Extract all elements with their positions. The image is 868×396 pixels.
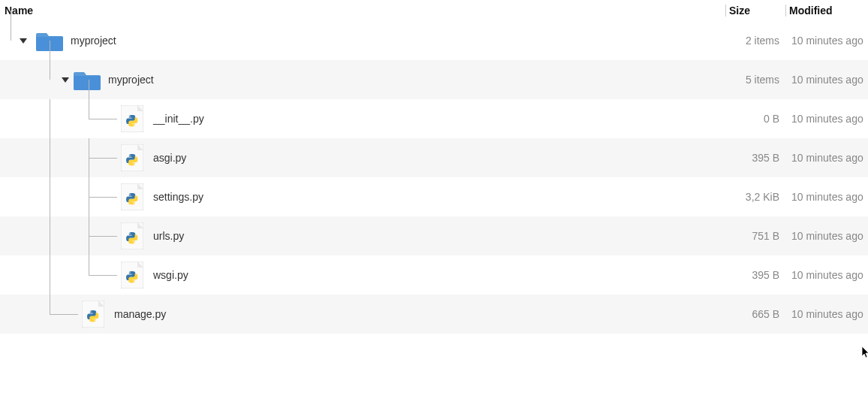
tree-row-file[interactable]: settings.py 3,2 KiB 10 minutes ago	[0, 177, 868, 216]
tree-row-file[interactable]: __init__.py 0 B 10 minutes ago	[0, 99, 868, 138]
expander-icon[interactable]	[20, 37, 27, 44]
svg-point-21	[134, 281, 134, 282]
file-name-label: wsgi.py	[153, 269, 188, 281]
svg-marker-1	[62, 77, 69, 83]
svg-point-13	[134, 203, 134, 204]
file-name-label: urls.py	[153, 230, 184, 242]
file-name-label: __init__.py	[153, 113, 204, 125]
file-size-label: 395 B	[725, 152, 785, 164]
file-name-label: myproject	[71, 35, 116, 47]
svg-point-12	[129, 194, 130, 195]
svg-point-9	[134, 164, 134, 165]
file-modified-label: 10 minutes ago	[785, 308, 868, 320]
file-modified-label: 10 minutes ago	[785, 191, 868, 203]
column-header-name[interactable]: Name	[0, 5, 725, 17]
file-size-label: 751 B	[725, 230, 785, 242]
python-file-icon	[117, 260, 147, 290]
file-name-label: asgi.py	[153, 152, 186, 164]
tree-row-file[interactable]: asgi.py 395 B 10 minutes ago	[0, 138, 868, 177]
column-header-row: Name Size Modified	[0, 0, 868, 21]
file-size-label: 5 items	[725, 74, 785, 86]
column-header-modified[interactable]: Modified	[785, 5, 868, 17]
file-modified-label: 10 minutes ago	[785, 35, 868, 47]
python-file-icon	[117, 221, 147, 251]
tree-row-file[interactable]: urls.py 751 B 10 minutes ago	[0, 216, 868, 255]
expander-icon[interactable]	[62, 76, 69, 83]
python-file-icon	[117, 182, 147, 212]
svg-point-17	[134, 242, 134, 243]
svg-point-16	[129, 233, 130, 234]
file-name-label: myproject	[108, 74, 154, 86]
svg-point-25	[95, 320, 95, 321]
tree-row-file[interactable]: wsgi.py 395 B 10 minutes ago	[0, 255, 868, 295]
file-size-label: 395 B	[725, 269, 785, 281]
file-modified-label: 10 minutes ago	[785, 74, 868, 86]
file-size-label: 3,2 KiB	[725, 191, 785, 203]
file-name-label: settings.py	[153, 191, 203, 203]
svg-point-8	[129, 155, 130, 156]
file-size-label: 2 items	[725, 35, 785, 47]
python-file-icon	[117, 143, 147, 173]
file-modified-label: 10 minutes ago	[785, 113, 868, 125]
python-file-icon	[78, 299, 108, 329]
file-size-label: 0 B	[725, 113, 785, 125]
tree-row-folder[interactable]: myproject 5 items 10 minutes ago	[0, 60, 868, 99]
file-tree-view: Name Size Modified myproject 2 items 10 …	[0, 0, 868, 334]
tree-row-folder[interactable]: myproject 2 items 10 minutes ago	[0, 21, 868, 60]
svg-point-24	[90, 311, 91, 312]
file-size-label: 665 B	[725, 308, 785, 320]
folder-icon	[72, 65, 102, 95]
svg-point-20	[129, 272, 130, 273]
svg-point-5	[134, 125, 134, 125]
file-name-label: manage.py	[114, 308, 166, 320]
svg-point-4	[129, 116, 130, 116]
python-file-icon	[117, 104, 147, 134]
file-modified-label: 10 minutes ago	[785, 269, 868, 281]
column-header-size[interactable]: Size	[725, 5, 785, 17]
file-modified-label: 10 minutes ago	[785, 152, 868, 164]
svg-marker-0	[20, 38, 27, 44]
tree-row-file[interactable]: manage.py 665 B 10 minutes ago	[0, 295, 868, 334]
file-modified-label: 10 minutes ago	[785, 230, 868, 242]
